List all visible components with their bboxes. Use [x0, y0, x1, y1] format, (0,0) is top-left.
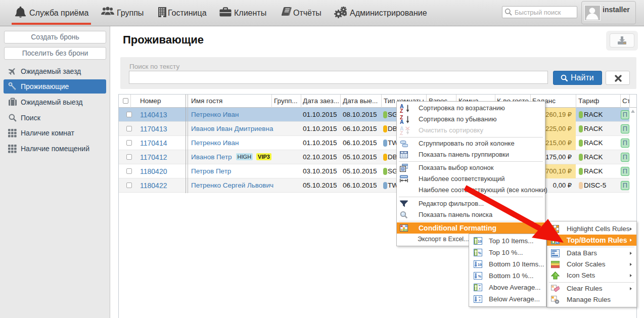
- svg-text:10: 10: [478, 262, 482, 266]
- svg-text:A: A: [400, 119, 404, 124]
- svg-text:Z: Z: [400, 108, 403, 113]
- svg-text:Z: Z: [400, 130, 403, 135]
- svg-text:x: x: [478, 297, 481, 302]
- svg-text:%: %: [478, 274, 482, 278]
- svg-text:x: x: [478, 285, 481, 290]
